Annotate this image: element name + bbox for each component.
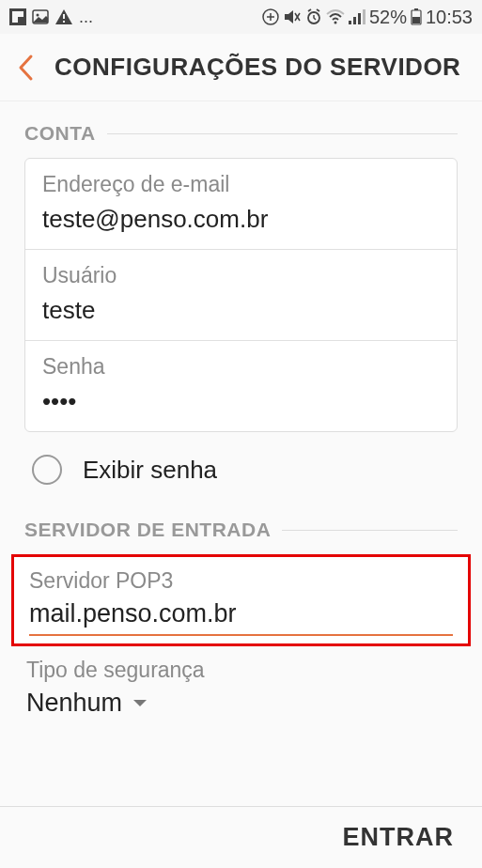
svg-rect-12 — [353, 17, 356, 24]
security-dropdown[interactable]: Nenhum — [26, 689, 456, 718]
app-bar: CONFIGURAÇÕES DO SERVIDOR — [0, 34, 482, 101]
status-right: 52% 10:53 — [262, 7, 473, 28]
svg-rect-17 — [412, 17, 420, 23]
input-underline — [29, 634, 453, 636]
svg-rect-6 — [63, 14, 65, 19]
user-value: teste — [42, 296, 440, 325]
email-field[interactable]: Endereço de e-mail teste@penso.com.br — [25, 159, 457, 250]
battery-percent: 52% — [369, 7, 407, 28]
security-value: Nenhum — [26, 689, 122, 718]
svg-rect-1 — [12, 11, 18, 17]
security-label: Tipo de segurança — [26, 658, 456, 683]
pop3-input[interactable]: mail.penso.com.br — [29, 599, 453, 628]
footer-bar: ENTRAR — [0, 806, 482, 868]
user-field[interactable]: Usuário teste — [25, 250, 457, 341]
status-bar: ... 52% 10:53 — [0, 0, 482, 34]
svg-rect-11 — [349, 21, 351, 24]
pop3-highlight: Servidor POP3 mail.penso.com.br — [11, 554, 471, 646]
user-label: Usuário — [42, 263, 440, 288]
mute-icon — [283, 8, 302, 25]
submit-button[interactable]: ENTRAR — [343, 823, 455, 852]
divider — [107, 133, 458, 134]
divider — [282, 530, 458, 531]
incoming-section-title: SERVIDOR DE ENTRADA — [24, 519, 271, 541]
image-icon — [32, 8, 49, 25]
more-icon: ... — [79, 8, 93, 27]
svg-rect-14 — [363, 9, 365, 24]
svg-rect-13 — [358, 13, 361, 24]
password-field[interactable]: Senha •••• — [25, 341, 457, 431]
svg-rect-2 — [12, 17, 18, 23]
warning-icon — [54, 8, 73, 25]
password-value: •••• — [42, 387, 440, 416]
show-password-row[interactable]: Exibir senha — [24, 432, 458, 519]
alarm-icon — [305, 8, 322, 25]
clock-time: 10:53 — [426, 7, 473, 28]
page-title: CONFIGURAÇÕES DO SERVIDOR — [54, 53, 460, 82]
status-left: ... — [9, 8, 93, 27]
incoming-section-header: SERVIDOR DE ENTRADA — [24, 519, 458, 541]
checkbox-empty-icon[interactable] — [32, 455, 62, 485]
svg-rect-16 — [414, 8, 418, 10]
svg-point-10 — [334, 22, 336, 24]
email-value: teste@penso.com.br — [42, 205, 440, 234]
battery-icon — [411, 8, 422, 25]
content: CONTA Endereço de e-mail teste@penso.com… — [0, 101, 482, 718]
plus-circle-icon — [262, 8, 279, 25]
email-label: Endereço de e-mail — [42, 172, 440, 197]
svg-rect-3 — [18, 11, 23, 17]
flipboard-icon — [9, 8, 26, 25]
svg-rect-7 — [63, 21, 65, 23]
show-password-label: Exibir senha — [83, 456, 217, 485]
back-button[interactable] — [17, 54, 34, 82]
account-section-header: CONTA — [24, 122, 458, 145]
account-card: Endereço de e-mail teste@penso.com.br Us… — [24, 158, 458, 432]
wifi-icon — [326, 9, 345, 24]
svg-point-5 — [37, 14, 39, 17]
chevron-down-icon — [132, 698, 148, 709]
pop3-label: Servidor POP3 — [29, 568, 453, 594]
password-label: Senha — [42, 354, 440, 380]
account-section-title: CONTA — [24, 122, 96, 145]
signal-icon — [349, 9, 365, 24]
